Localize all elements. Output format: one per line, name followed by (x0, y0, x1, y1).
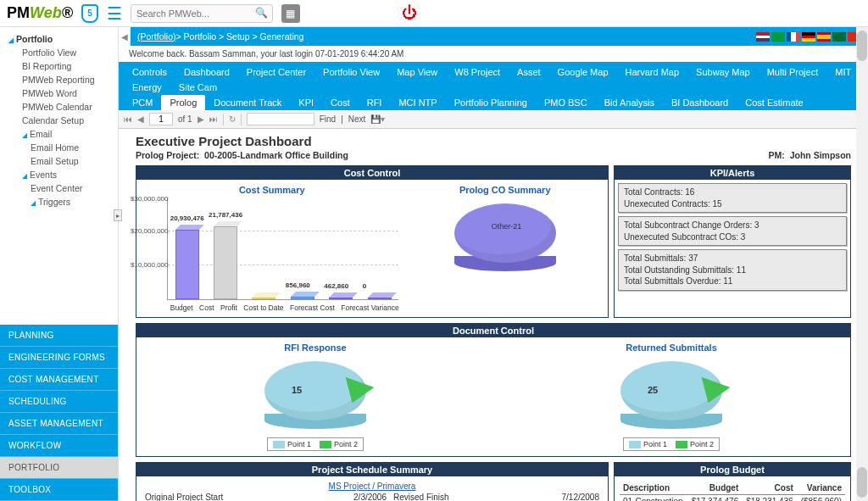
tree-item[interactable]: Calendar Setup (8, 114, 114, 127)
tab-item[interactable]: BI Dashboard (663, 95, 737, 110)
bar: 20,930,476 (175, 230, 199, 299)
tab-item[interactable]: Cost (322, 95, 359, 110)
tree-item[interactable]: Email Home (8, 141, 114, 154)
pie-chart: 25 (620, 361, 722, 429)
tree-item[interactable]: Email Setup (8, 154, 114, 168)
tree-item[interactable]: PMWeb Word (8, 86, 114, 100)
tab-item[interactable]: Portfolio View (314, 64, 388, 80)
leftnav-item[interactable]: ASSET MANAGEMENT (0, 413, 118, 435)
tab-item[interactable]: Controls (124, 64, 175, 80)
tab-item[interactable]: MIT (826, 64, 860, 80)
tab-item[interactable]: Project Center (238, 64, 314, 80)
xtick: Budget (170, 303, 193, 312)
flag-fr-icon[interactable] (787, 32, 800, 42)
first-page-icon[interactable]: ⏮ (124, 114, 132, 124)
chart-title: Prolog CO Summary (407, 185, 603, 195)
tab-item[interactable]: Prolog (161, 95, 205, 110)
refresh-icon[interactable]: ↻ (229, 114, 236, 124)
leftnav-item[interactable]: WORKFLOW (0, 435, 118, 457)
kpi-box: Total Contracts: 16Unexecuted Contracts:… (618, 183, 847, 213)
welcome-text: Welcome back. Bassam Samman, your last l… (119, 46, 868, 62)
find-input[interactable] (247, 113, 314, 125)
search-input[interactable] (131, 4, 273, 23)
calendar-button[interactable]: ▦ (281, 4, 300, 23)
ytick: $10,000,000 (131, 261, 169, 269)
prev-page-icon[interactable]: ◀ (137, 114, 144, 124)
tab-item[interactable]: RFI (359, 95, 391, 110)
search-icon[interactable]: 🔍 (255, 7, 268, 19)
kpi-box: Total Subcontract Change Orders: 3Unexec… (618, 216, 847, 246)
tab-item[interactable]: Asset (509, 64, 549, 80)
flag-br-icon[interactable] (771, 32, 785, 42)
tree-triggers[interactable]: ◢Triggers (8, 195, 114, 209)
scroll-thumb[interactable] (857, 467, 867, 498)
leftnav-item[interactable]: PLANNING (0, 325, 118, 347)
bar: 462,860 (329, 298, 353, 299)
collapse-left-icon[interactable]: ◀ (119, 27, 131, 46)
tab-item[interactable]: Site Cam (170, 80, 225, 95)
tree-item[interactable]: Event Center (8, 181, 114, 195)
tab-item[interactable]: Document Track (205, 95, 290, 110)
dashboard-body: Executive Project Dashboard Prolog Proje… (119, 129, 868, 501)
next-page-icon[interactable]: ▶ (198, 114, 204, 124)
tab-item[interactable]: MCI NTP (390, 95, 445, 110)
breadcrumb-bar: ◀ (Portfolio) > Portfolio > Setup > Gene… (119, 27, 868, 46)
tree-events[interactable]: ◢Events (8, 168, 114, 181)
flag-us-icon[interactable] (756, 32, 770, 42)
xtick: Forecast Variance (341, 303, 398, 312)
page-input[interactable] (149, 113, 173, 125)
menu-icon[interactable]: ☰ (107, 3, 122, 24)
tab-item[interactable]: Bid Analysis (596, 95, 663, 110)
tab-item[interactable]: Energy (124, 80, 170, 95)
last-page-icon[interactable]: ⏭ (209, 114, 218, 124)
tab-item[interactable]: Multi Project (759, 64, 827, 80)
tree-item[interactable]: BI Reporting (8, 59, 114, 73)
next-label[interactable]: Next (348, 114, 366, 124)
xtick: Profit (220, 303, 237, 312)
leftnav-item[interactable]: TOOLBOX (0, 479, 118, 501)
breadcrumb-path: > Portfolio > Setup > Generating (176, 31, 304, 42)
scroll-thumb[interactable] (857, 31, 867, 61)
breadcrumb-root[interactable]: (Portfolio) (137, 31, 176, 42)
tab-item[interactable]: KPI (290, 95, 322, 110)
page-scrollbar[interactable] (856, 27, 868, 501)
tab-item[interactable]: Portfolio Planning (446, 95, 536, 110)
panel-head: Cost Control (136, 166, 608, 180)
export-icon[interactable]: 💾▾ (370, 114, 385, 124)
table-header: DescriptionBudgetCostVariance (620, 482, 845, 495)
page-of: of 1 (178, 114, 192, 124)
bar: 0 (368, 298, 392, 299)
tab-item[interactable]: Cost Estimate (737, 95, 811, 110)
tree-item[interactable]: Portfolio View (8, 46, 114, 59)
leftnav-item[interactable]: PORTFOLIO (0, 457, 118, 479)
tab-item[interactable]: PCM (124, 95, 161, 110)
tree-collapse-handle[interactable]: ▸ (114, 209, 122, 221)
flag-sa-icon[interactable] (832, 32, 846, 42)
flag-es-icon[interactable] (817, 32, 831, 42)
tab-item[interactable]: PMO BSC (536, 95, 596, 110)
tree-email[interactable]: ◢Email (8, 127, 114, 141)
tree-root[interactable]: ◢Portfolio (8, 32, 114, 46)
tree-item[interactable]: PMWeb Reporting (8, 73, 114, 86)
pie-center-value: 25 (648, 385, 658, 395)
tab-item[interactable]: W8 Project (446, 64, 509, 80)
tab-item[interactable]: Dashboard (175, 64, 238, 80)
flag-de-icon[interactable] (802, 32, 815, 42)
leftnav-item[interactable]: ENGINEERING FORMS (0, 347, 118, 369)
tab-item[interactable]: Harvard Map (617, 64, 688, 80)
panel-cost-control: Cost Control Cost Summary $10,000,000 $2… (136, 165, 609, 318)
chart-legend: Point 1 Point 2 (623, 437, 720, 451)
pie-chart: Other-21 (454, 203, 556, 271)
schedule-link[interactable]: MS Project / Primavera (329, 482, 416, 491)
find-label[interactable]: Find (320, 114, 336, 124)
leftnav-item[interactable]: COST MANAGEMENT (0, 369, 118, 391)
panel-kpi: KPI/Alerts Total Contracts: 16Unexecuted… (614, 165, 851, 318)
leftnav-item[interactable]: SCHEDULING (0, 391, 118, 413)
tab-item[interactable]: Map View (388, 64, 446, 80)
tab-item[interactable]: Subway Map (687, 64, 759, 80)
shield-badge[interactable]: 5 (81, 4, 98, 23)
tree-item[interactable]: PMWeb Calendar (8, 100, 114, 114)
tab-item[interactable]: Google Map (549, 64, 617, 80)
panel-head: Prolog Budget (615, 463, 850, 476)
power-icon[interactable]: ⏻ (402, 4, 417, 22)
